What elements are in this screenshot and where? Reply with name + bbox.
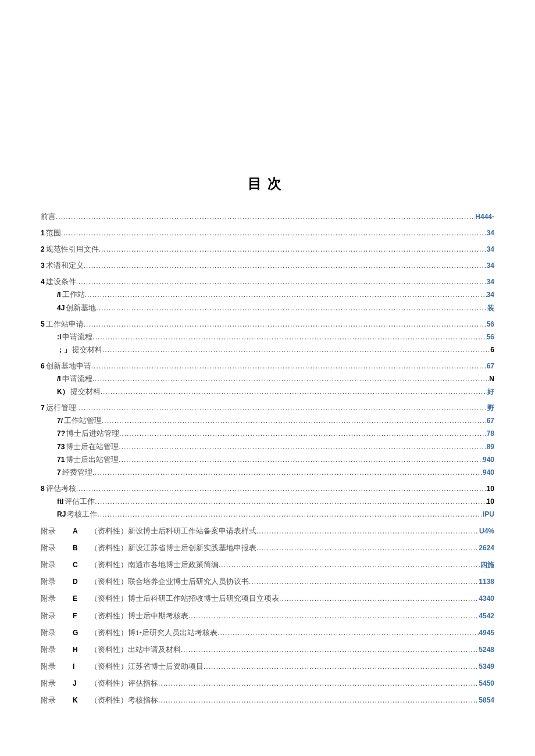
appendix-tag: 附录 — [41, 558, 73, 571]
toc-entry[interactable]: 3术语和定义34 — [41, 259, 494, 272]
toc-entry[interactable]: 1范围34 — [41, 227, 494, 239]
toc-entry[interactable]: 71博士后出站管理940 — [57, 453, 494, 466]
appendix-letter: J — [73, 678, 90, 689]
toc-page-number[interactable]: 34 — [487, 276, 494, 288]
toc-leader — [256, 525, 479, 537]
toc-entry-label: 前言 — [41, 210, 56, 223]
toc-leader — [76, 483, 487, 495]
toc-leader — [92, 467, 483, 478]
toc-entry[interactable]: 7运行管理野 — [41, 402, 494, 414]
toc-page-number[interactable]: 装 — [487, 302, 494, 314]
toc-entry[interactable]: 7?博士后进站管理78 — [57, 427, 494, 440]
toc-page-number[interactable]: 56 — [487, 331, 494, 343]
appendix-entry[interactable]: 附录A（资料性）新设博士后科研工作站备案申请表样式U4% — [41, 525, 494, 538]
toc-entry[interactable]: 4J创新基地装 — [57, 302, 494, 314]
toc-entry-number: ；」 — [57, 344, 71, 356]
toc-leader — [119, 428, 487, 439]
appendix-entry[interactable]: 附录J（资料性）评估指标5450 — [41, 677, 494, 690]
appendix-text: （资料性）江苏省博士后资助项目 — [90, 660, 204, 673]
appendix-page-number[interactable]: 1138 — [479, 576, 494, 587]
toc-page-number[interactable]: 野 — [487, 402, 494, 414]
appendix-letter: B — [73, 542, 90, 554]
appendix-text: （资料性）博1•后研究人员出站考核表 — [90, 626, 217, 639]
appendix-entry[interactable]: 附录C（资料性）南通市各地博士后政策简编四施 — [41, 558, 494, 571]
toc-entry-label: 规范性引用文件 — [46, 243, 99, 256]
toc-entry-label: 建设条件 — [46, 275, 76, 288]
toc-leader — [217, 627, 479, 639]
toc-entry[interactable]: 4建设条件34 — [41, 275, 494, 288]
toc-entry[interactable]: 7/工作站管理67 — [57, 414, 494, 427]
toc-leader — [101, 386, 487, 397]
toc-entry-number: 6 — [41, 360, 45, 372]
toc-entry[interactable]: 73博士后在站管理89 — [57, 440, 494, 453]
appendix-entry[interactable]: 附录E（资料性）博士后科研工作站招收博士后研究项目立项表4340 — [41, 592, 494, 605]
toc-entry[interactable]: ftl评估工作10 — [57, 495, 494, 508]
toc-entry-number: 71 — [57, 454, 65, 465]
appendix-page-number[interactable]: 4542 — [479, 610, 494, 622]
toc-page-number[interactable]: 940 — [483, 454, 494, 465]
toc-page-number[interactable]: N — [489, 373, 494, 385]
toc-leader — [61, 227, 487, 239]
toc-page-number[interactable]: 940 — [483, 467, 494, 478]
toc-entry-label: 申请流程 — [62, 372, 92, 385]
toc-leader — [188, 610, 479, 622]
toc-page-number[interactable]: 34 — [487, 260, 494, 271]
toc-entry[interactable]: 8评估考核10 — [41, 482, 494, 495]
toc-entry[interactable]: 前言H444- — [41, 210, 494, 223]
toc-page-number[interactable]: 好 — [487, 386, 494, 397]
toc-page-number[interactable]: 56 — [487, 318, 494, 330]
toc-entry[interactable]: RJ考核工作IPU — [57, 508, 494, 521]
appendix-text: （资料性）南通市各地博士后政策简编 — [90, 558, 219, 571]
toc-entry-number: /I — [57, 373, 61, 385]
toc-entry[interactable]: /I工作站34 — [57, 288, 494, 301]
appendix-text: （资料性）联合培养企业博士后研究人员协议书 — [90, 575, 249, 588]
toc-leader — [102, 344, 490, 356]
toc-entry[interactable]: :i申请流程56 — [57, 331, 494, 343]
appendix-entry[interactable]: 附录F（资料性）博士后中期考核表4542 — [41, 610, 494, 622]
toc-page-number[interactable]: H444- — [475, 211, 494, 223]
appendix-tag: 附录 — [41, 542, 73, 554]
appendix-entry[interactable]: 附录H（资料性）出站申请及材料5248 — [41, 643, 494, 656]
appendix-letter: E — [73, 593, 90, 604]
appendix-page-number[interactable]: 4340 — [479, 593, 494, 604]
toc-entry[interactable]: 6创新基地申请67 — [41, 360, 494, 372]
appendix-page-number[interactable]: U4% — [479, 525, 494, 537]
toc-page-number[interactable]: 34 — [487, 243, 494, 255]
toc-entry[interactable]: ；」提交材料6 — [57, 343, 494, 356]
toc-page-number[interactable]: 67 — [487, 360, 494, 372]
toc-page-number[interactable]: 67 — [487, 415, 494, 427]
appendix-page-number[interactable]: 5450 — [479, 678, 494, 689]
toc-page-number[interactable]: 34 — [487, 289, 494, 300]
toc-page-number[interactable]: 78 — [487, 428, 494, 439]
appendix-entry[interactable]: 附录G（资料性）博1•后研究人员出站考核表4945 — [41, 626, 494, 639]
toc-entry[interactable]: 2规范性引用文件34 — [41, 243, 494, 256]
toc-page-number[interactable]: 34 — [487, 227, 494, 239]
toc-leader — [85, 289, 487, 300]
toc-leader — [158, 694, 479, 706]
toc-leader — [84, 318, 487, 330]
toc-page-number[interactable]: 6 — [490, 344, 494, 356]
appendix-text: （资料性）出站申请及材料 — [90, 643, 181, 656]
appendix-entry[interactable]: 附录I（资料性）江苏省博士后资助项目5349 — [41, 660, 494, 673]
appendix-page-number[interactable]: 5854 — [479, 694, 494, 706]
toc-entry[interactable]: 5工作站申请56 — [41, 318, 494, 331]
toc-leader — [92, 373, 490, 385]
toc-page-number[interactable]: IPU — [483, 508, 494, 520]
toc-entry-number: 4J — [57, 302, 65, 314]
appendix-page-number[interactable]: 四施 — [480, 559, 494, 571]
toc-entry[interactable]: 7经费管理940 — [57, 466, 494, 479]
appendix-page-number[interactable]: 4945 — [479, 627, 494, 639]
toc-entry[interactable]: K）提交材料好 — [57, 385, 494, 398]
toc-entry[interactable]: /I申请流程N — [57, 372, 494, 385]
toc-page-number[interactable]: 89 — [487, 441, 494, 453]
appendix-page-number[interactable]: 2624 — [479, 542, 494, 554]
appendix-entry[interactable]: 附录K（资料性）考核指标5854 — [41, 694, 494, 707]
toc-entry-label: 工作站申请 — [46, 318, 84, 331]
toc-page-number[interactable]: 10 — [487, 496, 494, 507]
appendix-page-number[interactable]: 5349 — [479, 661, 494, 672]
appendix-entry[interactable]: 附录B（资料性）新设江苏省博士后创新实践基地申报表2624 — [41, 542, 494, 554]
appendix-entry[interactable]: 附录D（资料性）联合培养企业博士后研究人员协议书1138 — [41, 575, 494, 588]
appendix-page-number[interactable]: 5248 — [479, 644, 494, 655]
toc-page-number[interactable]: 10 — [487, 483, 494, 495]
toc-entry-label: 工作站 — [62, 288, 85, 301]
